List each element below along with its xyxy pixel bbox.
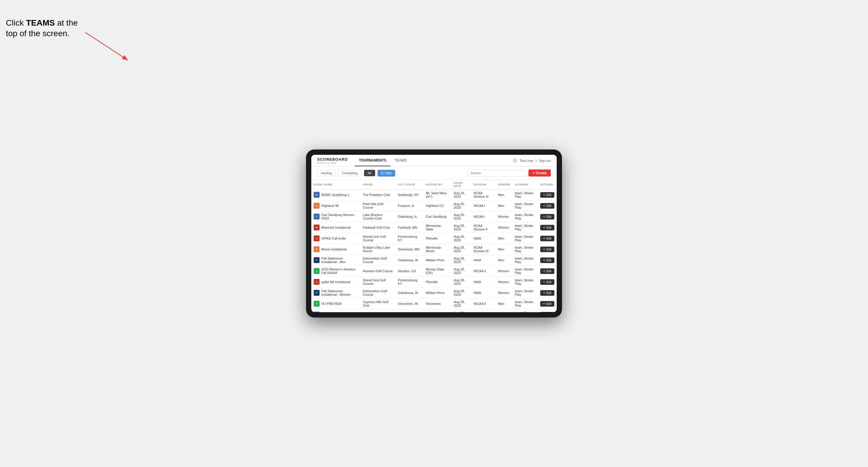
col-date: START DATE [452, 180, 471, 189]
edit-icon-9: ✏ [543, 291, 546, 294]
cell-hosted-11: John A Logan [424, 309, 452, 312]
cell-actions-3: ✏ Edit [538, 222, 557, 233]
nav-separator: | [536, 159, 537, 162]
cell-venue-3: Faribault Golf Club [361, 222, 396, 233]
edit-button-4[interactable]: ✏ Edit [540, 236, 554, 241]
instruction-text: Click TEAMS at thetop of the screen. [6, 18, 78, 39]
cell-scoring-1: team, Stroke Play [513, 200, 538, 211]
cell-venue-7: Hesston Golf Course [361, 266, 396, 277]
cell-scoring-6: team, Stroke Play [513, 255, 538, 266]
team-icon-11: K [314, 312, 319, 312]
event-name-3: Maverick Invitational [321, 226, 351, 229]
cell-city-2: Galesburg, IL [396, 211, 424, 222]
cell-gender-4: Men [496, 233, 513, 244]
cell-scoring-7: team, Stroke Play [513, 266, 538, 277]
edit-button-2[interactable]: ✏ Edit [540, 214, 554, 220]
cell-venue-5: Ruttger's Bay Lake Resort [361, 244, 396, 255]
team-icon-8: u [314, 279, 319, 285]
cell-event-9: F Fall Statesmen Invitational - Women [311, 287, 361, 299]
team-icon-10: V [314, 301, 319, 307]
cell-gender-8: Women [496, 277, 513, 287]
col-scoring: SCORING [513, 180, 538, 189]
col-gender: GENDER [496, 180, 513, 189]
event-name-1: Highland 36 [321, 204, 339, 208]
cell-scoring-3: team, Stroke Play [513, 222, 538, 233]
cell-date-6: Aug 28, 2023 [452, 255, 471, 266]
table-row: V VU PREVIEW Cypress Hills Golf Club Vin… [311, 299, 557, 309]
nav-teams[interactable]: TEAMS [391, 155, 411, 166]
edit-button-8[interactable]: ✏ Edit [540, 279, 554, 285]
filter-label: Filter [385, 171, 392, 175]
edit-button-11[interactable]: ✏ Edit [540, 312, 554, 312]
event-name-9: Fall Statesmen Invitational - Women [321, 289, 358, 296]
team-icon-5: M [314, 246, 319, 252]
table-body: M MSMC Qualifying 1 The Powelton Club Ne… [311, 189, 557, 312]
edit-button-6[interactable]: ✏ Edit [540, 257, 554, 263]
team-icon-0: M [314, 192, 319, 198]
cell-division-1: NICAA I [471, 200, 496, 211]
hosting-tab[interactable]: Hosting [317, 170, 336, 176]
edit-button-1[interactable]: ✏ Edit [540, 203, 554, 209]
cell-gender-9: Women [496, 287, 513, 299]
cell-gender-0: Men [496, 189, 513, 200]
cell-division-6: NAIA [471, 255, 496, 266]
team-icon-7: 2 [314, 268, 319, 274]
filter-icon: ☰ [381, 171, 384, 175]
settings-icon[interactable] [513, 158, 517, 163]
cell-date-10: Aug 28, 2023 [452, 299, 471, 309]
cell-division-8: NAIA [471, 277, 496, 287]
cell-actions-0: ✏ Edit [538, 189, 557, 200]
cell-division-9: NAIA [471, 287, 496, 299]
event-name-0: MSMC Qualifying 1 [321, 193, 349, 196]
cell-gender-1: Men [496, 200, 513, 211]
edit-icon-10: ✏ [543, 302, 546, 305]
cell-scoring-4: team, Stroke Play [513, 233, 538, 244]
edit-icon-0: ✏ [543, 193, 546, 196]
cell-city-5: Deerwood, MN [396, 244, 424, 255]
cell-actions-7: ✏ Edit [538, 266, 557, 277]
nav-tournaments[interactable]: TOURNAMENTS [355, 155, 391, 166]
filter-button[interactable]: ☰ Filter [377, 170, 395, 177]
cell-actions-11: ✏ Edit [538, 309, 557, 312]
cell-hosted-9: William Penn [424, 287, 452, 299]
cell-division-3: NCAA Division II [471, 222, 496, 233]
edit-button-0[interactable]: ✏ Edit [540, 192, 554, 198]
logo-main: SCOREBOARD [317, 157, 348, 161]
cell-actions-2: ✏ Edit [538, 211, 557, 222]
edit-icon-7: ✏ [543, 270, 546, 273]
cell-date-9: Aug 28, 2023 [452, 287, 471, 299]
edit-button-5[interactable]: ✏ Edit [540, 247, 554, 252]
signout-link[interactable]: Sign out [539, 159, 551, 162]
search-input[interactable] [467, 169, 526, 177]
edit-button-9[interactable]: ✏ Edit [540, 290, 554, 296]
edit-button-3[interactable]: ✏ Edit [540, 225, 554, 230]
competing-tab[interactable]: Competing [338, 170, 361, 176]
team-icon-9: F [314, 290, 319, 296]
event-name-7: 2023 Women's Hesston Fall Kickoff [321, 268, 358, 275]
cell-venue-2: Lake Bracken Country Club [361, 211, 396, 222]
event-name-8: upike fall invitational [321, 280, 350, 284]
table-row: M MSMC Qualifying 1 The Powelton Club Ne… [311, 189, 557, 200]
cell-actions-4: ✏ Edit [538, 233, 557, 244]
all-tab[interactable]: All [364, 170, 375, 176]
cell-city-0: Newburgh, NY [396, 189, 424, 200]
cell-scoring-5: team, Stroke Play [513, 244, 538, 255]
cell-gender-10: Men [496, 299, 513, 309]
edit-button-7[interactable]: ✏ Edit [540, 268, 554, 274]
cell-venue-11: Kokopelli Golf Club [361, 309, 396, 312]
table-header: EVENT NAME VENUE CITY, STATE HOSTED BY S… [311, 180, 557, 189]
edit-button-10[interactable]: ✏ Edit [540, 301, 554, 307]
cell-actions-8: ✏ Edit [538, 277, 557, 287]
create-button[interactable]: + Create [528, 169, 551, 177]
edit-icon-5: ✏ [543, 248, 546, 251]
cell-event-5: M Morris Invitational [311, 244, 361, 255]
table-row: H Highland 36 Park Hills Golf Course Fre… [311, 200, 557, 211]
cell-date-1: Aug 25, 2023 [452, 200, 471, 211]
cell-actions-5: ✏ Edit [538, 244, 557, 255]
cell-event-6: F Fall Statesmen Invitational - Men [311, 255, 361, 266]
cell-venue-1: Park Hills Golf Course [361, 200, 396, 211]
cell-gender-2: Women [496, 211, 513, 222]
table-row: u upike fall invitational StoneCrest Gol… [311, 277, 557, 287]
cell-city-8: Prestonsburg, KY [396, 277, 424, 287]
team-icon-4: U [314, 236, 319, 241]
